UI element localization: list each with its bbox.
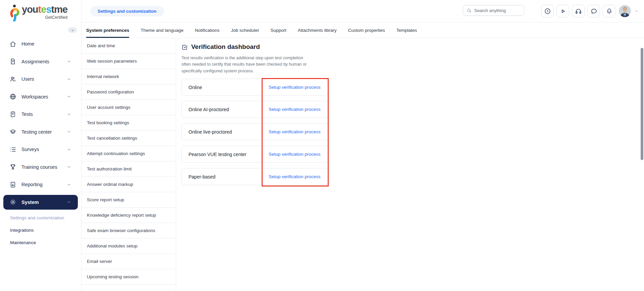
chevron-down-icon [67, 112, 71, 117]
sidebar-item-label: Users [21, 76, 34, 82]
avatar-chevron-down-icon[interactable] [635, 9, 638, 13]
tutorials-button[interactable] [556, 5, 569, 17]
user-avatar[interactable] [619, 5, 631, 17]
settings-nav-item-safe-exam-browser-configurations[interactable]: Safe exam browser configurations [82, 223, 176, 238]
tab-templates[interactable]: Templates [396, 22, 417, 38]
chevron-down-icon [67, 94, 71, 99]
settings-nav-item-score-report-setup[interactable]: Score report setup [82, 192, 176, 208]
setup-verification-link[interactable]: Setup verification process [269, 79, 321, 95]
settings-nav-item-answer-ordinal-markup[interactable]: Answer ordinal markup [82, 177, 176, 192]
home-icon [9, 41, 16, 48]
globe-icon [9, 93, 16, 100]
chat-button[interactable] [587, 5, 600, 17]
topbar: Settings and customization ? [82, 0, 644, 22]
search-icon [467, 8, 472, 13]
verification-row-online: Online Setup verification process [181, 79, 328, 96]
main-content: Verification dashboard Test results veri… [176, 38, 640, 291]
topbar-actions: ? [541, 5, 638, 17]
tab-job-scheduler[interactable]: Job scheduler [231, 22, 259, 38]
brand-name: youtestme [22, 4, 67, 15]
search-input[interactable] [474, 8, 521, 13]
brand-subtitle: GetCertified [45, 15, 67, 20]
sidebar-item-home[interactable]: Home [3, 37, 78, 51]
support-button[interactable] [572, 5, 585, 17]
sidebar-item-label: Reporting [21, 182, 43, 187]
sidebar-subitem-maintenance[interactable]: Maintenance [0, 236, 81, 249]
sidebar-nav: Home Assignments Users Workspaces Tests … [0, 37, 81, 249]
settings-nav-item-email-server[interactable]: Email server [82, 254, 176, 269]
help-icon: ? [544, 8, 551, 15]
help-button[interactable]: ? [541, 5, 554, 17]
document-icon [9, 58, 16, 65]
settings-nav-item-date-and-time[interactable]: Date and time [82, 38, 176, 54]
settings-nav-item-test-booking-settings[interactable]: Test booking settings [82, 115, 176, 131]
sidebar-item-surveys[interactable]: Surveys [3, 142, 78, 157]
chevron-down-icon [67, 77, 71, 81]
tab-support[interactable]: Support [271, 22, 286, 38]
trophy-icon [9, 163, 16, 170]
users-icon [9, 76, 16, 83]
sidebar-item-label: Tests [21, 112, 33, 117]
youtestme-logo-icon [9, 4, 20, 21]
sidebar-item-testing-center[interactable]: Testing center [3, 125, 78, 139]
sidebar-collapse-button[interactable]: « [68, 27, 77, 33]
graduation-cap-icon [9, 128, 16, 135]
settings-nav-item-user-account-settings[interactable]: User account settings [82, 100, 176, 115]
sidebar-item-label: Assignments [21, 59, 49, 64]
sidebar-subitem-settings-and-customization[interactable]: Settings and customization [0, 212, 81, 224]
vertical-scrollbar-thumb[interactable] [641, 48, 643, 160]
tab-custom-properties[interactable]: Custom properties [348, 22, 385, 38]
breadcrumb[interactable]: Settings and customization [90, 6, 164, 16]
tab-notifications[interactable]: Notifications [195, 22, 220, 38]
settings-nav-item-test-cancellation-settings[interactable]: Test cancellation settings [82, 131, 176, 146]
chevron-down-icon [67, 59, 71, 64]
sidebar-item-reporting[interactable]: Reporting [3, 177, 78, 192]
sidebar-item-label: System [21, 200, 39, 205]
sidebar-item-tests[interactable]: Tests [3, 107, 78, 122]
row-label: Paper-based [189, 168, 215, 185]
sidebar-item-label: Home [21, 41, 35, 47]
tab-attachments-library[interactable]: Attachments library [298, 22, 337, 38]
sidebar-subitem-integrations[interactable]: Integrations [0, 224, 81, 236]
settings-nav: Date and time Web session parameters Int… [82, 38, 176, 291]
verification-row-paper-based: Paper-based Setup verification process [181, 168, 328, 185]
test-document-icon [9, 111, 16, 118]
search-box[interactable] [463, 5, 524, 16]
settings-nav-item-internal-network[interactable]: Internal network [82, 69, 176, 84]
sidebar-item-training-courses[interactable]: Training courses [3, 160, 78, 174]
sidebar-item-workspaces[interactable]: Workspaces [3, 89, 78, 104]
setup-verification-link[interactable]: Setup verification process [269, 124, 321, 140]
brand-logo: youtestme GetCertified [9, 4, 67, 21]
chevron-down-icon [67, 165, 71, 169]
settings-nav-item-upcoming-testing-session[interactable]: Upcoming testing session [82, 269, 176, 285]
list-icon [9, 146, 16, 153]
tab-theme-and-language[interactable]: Theme and language [141, 22, 183, 38]
sidebar: youtestme GetCertified « Home Assignment… [0, 0, 82, 291]
svg-text:?: ? [546, 9, 548, 13]
settings-nav-item-attempt-continuation-settings[interactable]: Attempt continuation settings [82, 146, 176, 161]
settings-nav-item-web-session-parameters[interactable]: Web session parameters [82, 54, 176, 69]
sidebar-item-label: Workspaces [21, 94, 48, 99]
verification-row-online-ai-proctored: Online AI-proctored Setup verification p… [181, 101, 328, 118]
sidebar-item-assignments[interactable]: Assignments [3, 54, 78, 69]
settings-nav-item-additional-modules-setup[interactable]: Additional modules setup [82, 238, 176, 254]
tab-system-preferences[interactable]: System preferences [86, 22, 129, 38]
sidebar-item-system[interactable]: System [3, 195, 78, 210]
settings-nav-item-password-configuration[interactable]: Password configuration [82, 84, 176, 100]
settings-nav-item-test-authorization-limit[interactable]: Test authorization limit [82, 161, 176, 177]
chevron-down-icon [67, 147, 71, 152]
sidebar-item-users[interactable]: Users [3, 72, 78, 86]
page-description: Test results verification is the additio… [181, 55, 310, 74]
report-chart-icon [9, 181, 16, 188]
sidebar-item-label: Testing center [21, 129, 52, 135]
headphones-icon [575, 8, 582, 15]
chevron-down-icon [67, 130, 71, 134]
setup-verification-link[interactable]: Setup verification process [269, 146, 321, 162]
page-title: Verification dashboard [191, 43, 260, 51]
notifications-button[interactable] [603, 5, 615, 17]
setup-verification-link[interactable]: Setup verification process [269, 168, 321, 185]
settings-nav-item-knowledge-deficiency-report-setup[interactable]: Knowledge deficiency report setup [82, 208, 176, 223]
setup-verification-link[interactable]: Setup verification process [269, 101, 321, 118]
chat-icon [590, 8, 597, 15]
avatar-image [619, 5, 631, 17]
